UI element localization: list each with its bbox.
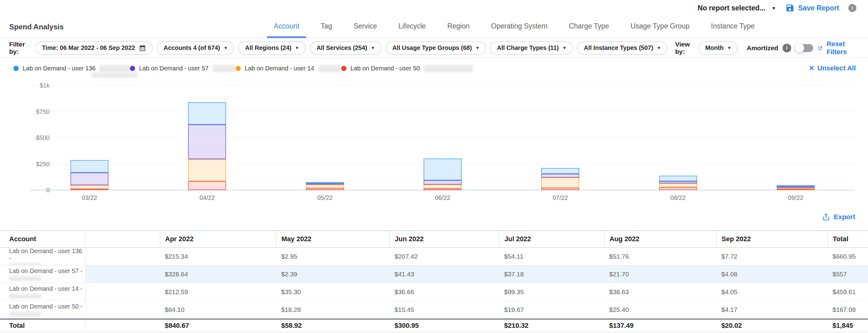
tab-region[interactable]: Region <box>440 22 476 38</box>
total-row-value: $210.32 <box>499 319 604 332</box>
table-cell-value: $36.66 <box>390 283 499 301</box>
filter-pill-all-usage-type-groups[interactable]: All Usage Type Groups (68)▼ <box>385 41 486 55</box>
x-axis-labels: 03/2204/2205/2206/2207/2208/2209/22 <box>31 194 855 201</box>
column-header-jun-2022[interactable]: Jun 2022 <box>390 230 499 247</box>
legend-dot-icon <box>130 66 135 71</box>
bar-segment-lab-on-demand-user-57 <box>188 125 226 159</box>
column-header-apr-2022[interactable]: Apr 2022 <box>160 230 276 247</box>
filter-pill-label: All Services (254) <box>316 44 367 52</box>
tab-operating-system[interactable]: Operating System <box>484 22 554 38</box>
filter-pill-all-regions[interactable]: All Regions (24)▼ <box>238 41 306 55</box>
report-selector-dropdown[interactable]: No report selected... ▼ <box>698 4 776 12</box>
table-cell-value: $99.35 <box>499 283 604 301</box>
bar-segment-lab-on-demand-user-50 <box>70 189 108 190</box>
redacted-text <box>9 294 41 298</box>
save-report-button[interactable]: Save Report <box>785 3 839 12</box>
unselect-all-button[interactable]: ✕ Unselect All <box>809 64 856 72</box>
tab-tag[interactable]: Tag <box>314 22 339 38</box>
tab-instance-type[interactable]: Instance Type <box>704 22 762 38</box>
report-selector-label: No report selected... <box>698 4 765 12</box>
legend-item-lab-on-demand-user-50[interactable]: Lab on Demand - user 50 <box>341 58 473 79</box>
export-label: Export <box>834 213 855 221</box>
gridline <box>31 138 855 138</box>
filter-bar: Filter by: Time: 06 Mar 2022 - 06 Sep 20… <box>0 38 868 58</box>
tab-charge-type[interactable]: Charge Type <box>562 22 616 38</box>
filter-pill-time[interactable]: Time: 06 Mar 2022 - 06 Sep 2022 <box>35 41 153 55</box>
amortized-control: Amortized i <box>747 44 813 52</box>
account-name: Lab on Demand - user 57 - <box>9 267 83 274</box>
tab-account[interactable]: Account <box>267 22 306 38</box>
filter-pill-accounts-4[interactable]: Accounts 4 (of 674)▼ <box>157 41 234 55</box>
info-icon[interactable]: i <box>848 4 856 12</box>
table-cell-spacer <box>86 247 160 265</box>
legend-item-lab-on-demand-user-14[interactable]: Lab on Demand - user 14 <box>236 58 341 79</box>
tab-usage-type-group[interactable]: Usage Type Group <box>624 22 696 38</box>
column-header-spacer <box>86 230 160 247</box>
table-cell-value: $54.11 <box>499 247 604 265</box>
legend-item-lab-on-demand-user-57[interactable]: Lab on Demand - user 57 <box>130 58 236 79</box>
amortized-toggle[interactable] <box>796 44 813 52</box>
column-header-total[interactable]: Total <box>828 230 868 247</box>
column-header-sep-2022[interactable]: Sep 2022 <box>716 230 828 247</box>
table-cell-value: $84.10 <box>160 301 276 319</box>
total-row-grand-total: $1,845 <box>828 319 868 332</box>
column-header-may-2022[interactable]: May 2022 <box>276 230 390 247</box>
tab-service[interactable]: Service <box>347 22 384 38</box>
x-axis-label: 06/22 <box>384 194 501 201</box>
column-header-jul-2022[interactable]: Jul 2022 <box>499 230 604 247</box>
legend-item-lab-on-demand-user-136[interactable]: Lab on Demand - user 136 <box>13 58 130 79</box>
tab-lifecycle[interactable]: Lifecycle <box>392 22 432 38</box>
reset-filters-button[interactable]: Reset Filters <box>817 40 856 56</box>
stacked-bar-09-22[interactable] <box>777 185 815 190</box>
bar-segment-lab-on-demand-user-50 <box>188 181 226 190</box>
x-axis-label: 04/22 <box>148 194 266 201</box>
table-cell-value: $328.64 <box>160 265 276 283</box>
column-header-account[interactable]: Account <box>0 230 86 247</box>
bar-segment-lab-on-demand-user-50 <box>659 187 697 190</box>
amortized-info-icon[interactable]: i <box>782 44 791 52</box>
total-row-value: $20.02 <box>716 319 828 332</box>
chevron-down-icon: ▼ <box>476 45 479 50</box>
legend-label: Lab on Demand - user 136 <box>23 65 96 72</box>
stacked-bar-07-22[interactable] <box>541 168 579 190</box>
filter-pill-label: Time: 06 Mar 2022 - 06 Sep 2022 <box>42 44 135 52</box>
bar-segment-lab-on-demand-user-50 <box>424 189 462 190</box>
redacted-text <box>9 311 41 316</box>
redacted-text <box>9 276 41 281</box>
total-row-value: $58.92 <box>276 319 390 332</box>
bar-segment-lab-on-demand-user-57 <box>70 173 108 185</box>
account-name: Lab on Demand - user 14 - <box>9 285 83 292</box>
bar-segment-lab-on-demand-user-50 <box>306 188 344 190</box>
calendar-icon <box>139 44 146 52</box>
y-axis-tick-label: $750 <box>32 108 50 115</box>
column-header-aug-2022[interactable]: Aug 2022 <box>604 230 716 247</box>
filter-pill-all-instance-types[interactable]: All Instance Types (507)▼ <box>577 41 668 55</box>
export-button[interactable]: Export <box>822 213 855 221</box>
table-row-account: Lab on Demand - user 50 - <box>0 301 86 319</box>
table-cell-value: $15.45 <box>390 301 499 319</box>
table-cell-total: $660.95 <box>828 247 868 265</box>
view-by-label: View by: <box>675 41 695 56</box>
stacked-bar-05-22[interactable] <box>306 182 344 190</box>
table-cell-spacer <box>86 301 160 319</box>
stacked-bar-08-22[interactable] <box>659 176 697 190</box>
table-cell-value: $212.59 <box>160 283 276 301</box>
bar-segment-lab-on-demand-user-136 <box>424 159 462 180</box>
top-bar: No report selected... ▼ Save Report i <box>0 0 868 16</box>
amortized-label: Amortized <box>747 44 778 52</box>
bar-segment-lab-on-demand-user-57 <box>541 174 579 178</box>
stacked-bar-04-22[interactable] <box>188 102 226 190</box>
x-axis-label: 09/22 <box>737 194 855 201</box>
filter-pill-all-charge-types[interactable]: All Charge Types (11)▼ <box>490 41 573 55</box>
stacked-bar-06-22[interactable] <box>424 159 462 190</box>
view-by-value: Month <box>705 44 723 52</box>
legend-label: Lab on Demand - user 50 <box>350 65 420 72</box>
chevron-down-icon: ▼ <box>727 45 731 50</box>
filter-pill-all-services[interactable]: All Services (254)▼ <box>310 41 382 55</box>
table-cell-value: $215.34 <box>160 247 276 265</box>
redacted-text <box>9 263 41 265</box>
total-row-value: $137.49 <box>604 319 716 332</box>
stacked-bar-03-22[interactable] <box>70 160 108 190</box>
view-by-dropdown[interactable]: Month ▼ <box>698 41 738 55</box>
table-cell-total: $557 <box>828 265 868 283</box>
